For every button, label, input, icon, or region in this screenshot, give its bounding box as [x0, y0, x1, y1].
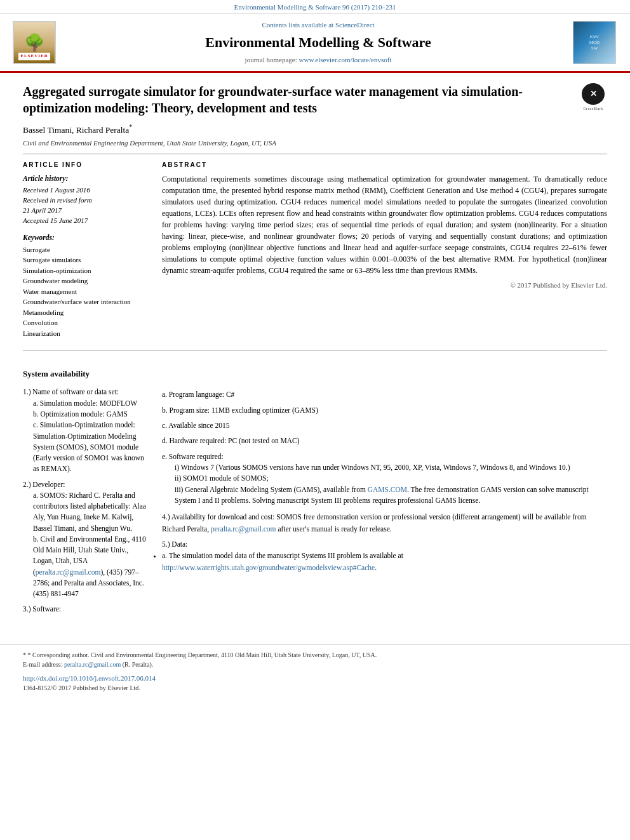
right-item-a: a. Program language: C#	[162, 389, 607, 400]
homepage-label: journal homepage:	[245, 56, 297, 63]
abstract-paragraph: Computational requirements sometimes dis…	[162, 173, 607, 276]
elsevier-logo-box: 🌳 ELSEVIER	[13, 21, 56, 64]
author-names: Bassel Timani, Richard Peralta	[23, 124, 129, 134]
homepage-url[interactable]: www.elsevier.com/locate/envsoft	[299, 56, 392, 63]
footer-star: *	[23, 651, 28, 658]
journal-header: 🌳 ELSEVIER Contents lists available at S…	[0, 14, 630, 73]
elsevier-logo: 🌳 ELSEVIER	[13, 21, 64, 64]
abstract-text: Computational requirements sometimes dis…	[162, 173, 607, 291]
affiliation: Civil and Environmental Engineering Depa…	[23, 138, 607, 148]
sys-avail-left: System availability 1.) Name of software…	[23, 368, 147, 619]
item1-sublist: a. Simulation module: MODFLOW b. Optimiz…	[23, 398, 147, 475]
journal-homepage: journal homepage: www.elsevier.com/locat…	[74, 55, 563, 65]
authors: Bassel Timani, Richard Peralta*	[23, 123, 607, 136]
divider-2	[23, 350, 607, 350]
item5-sublist: a. The simulation model data of the manu…	[162, 550, 607, 573]
item2-num: 2.)	[23, 481, 32, 488]
email-link-peralta[interactable]: peralta.rc@gmail.com	[36, 568, 101, 576]
footer-doi-section: http://dx.doi.org/10.1016/j.envsoft.2017…	[23, 673, 607, 693]
top-bar: Environmental Modelling & Software 96 (2…	[0, 0, 630, 14]
keyword-3: Simulation-optimization	[23, 265, 147, 276]
item5-num: 5.)	[162, 540, 171, 548]
keyword-6: Groundwater/surface water interaction	[23, 297, 147, 307]
article-info: ARTICLE INFO Article history: Received 1…	[23, 161, 147, 338]
item5-label: Data:	[171, 540, 187, 548]
item2b: b. Civil and Environmental Eng., 4110 Ol…	[33, 534, 147, 600]
keyword-1: Surrogate	[23, 244, 147, 255]
data-url[interactable]: http://www.waterrights.utah.gov/groundwa…	[162, 564, 375, 571]
right-item-e-sublist: i) Windows 7 (Various SOMOS versions hav…	[162, 462, 607, 506]
article-body: ARTICLE INFO Article history: Received 1…	[23, 161, 607, 338]
list-item-1: 1.) Name of software or data set: a. Sim…	[23, 386, 147, 474]
footer-corresponding-note: * * Corresponding author. Civil and Envi…	[23, 650, 607, 660]
footer-note-text: * Corresponding author. Civil and Enviro…	[28, 651, 377, 658]
item1a: a. Simulation module: MODFLOW	[33, 398, 147, 409]
abstract-label: ABSTRACT	[162, 161, 607, 170]
item4-num: 4.)	[162, 513, 171, 521]
keyword-4: Groundwater modeling	[23, 276, 147, 286]
item3-label: Software:	[32, 605, 61, 613]
main-content: Aggregated surrogate simulator for groun…	[0, 73, 630, 632]
footer-email: E-mail address: peralta.rc@gmail.com (R.…	[23, 660, 607, 669]
right-item-eiii: iii) General Algebraic Modeling System (…	[175, 484, 607, 507]
article-abstract: ABSTRACT Computational requirements some…	[162, 161, 607, 338]
article-history-title: Article history:	[23, 173, 147, 183]
crossmark-badge: ✕ CrossMark	[579, 83, 607, 111]
article-title: Aggregated surrogate simulator for groun…	[23, 83, 607, 116]
gams-link[interactable]: GAMS.COM	[368, 486, 407, 493]
crossmark-label: CrossMark	[583, 106, 603, 111]
page-footer: * * Corresponding author. Civil and Envi…	[0, 644, 630, 693]
right-item-e: e. Software required: i) Windows 7 (Vari…	[162, 451, 607, 506]
footer-email-link[interactable]: peralta.rc@gmail.com	[64, 661, 121, 668]
copyright: © 2017 Published by Elsevier Ltd.	[162, 280, 607, 291]
sys-avail-right: a. Program language: C# b. Program size:…	[162, 368, 607, 619]
footer-doi-link[interactable]: http://dx.doi.org/10.1016/j.envsoft.2017…	[23, 673, 607, 684]
item5a: a. The simulation model data of the manu…	[162, 550, 607, 573]
article-info-label: ARTICLE INFO	[23, 161, 147, 170]
right-item-eii: ii) SOMO1 module of SOMOS;	[175, 473, 607, 484]
received-date: Received 1 August 2016	[23, 185, 147, 196]
elsevier-label: ELSEVIER	[18, 53, 50, 60]
sys-avail-title: System availability	[23, 368, 147, 380]
received-revised-label: Received in revised form	[23, 196, 147, 206]
science-direct-label: Contents lists available at	[262, 21, 335, 29]
item2-sublist: a. SOMOS: Richard C. Peralta and contrib…	[23, 490, 147, 600]
right-item-d: d. Hardware required: PC (not tested on …	[162, 435, 607, 446]
journal-title: Environmental Modelling & Software	[74, 33, 563, 53]
item4-text: Availability for download and cost: SOMO…	[162, 513, 587, 532]
science-direct-link[interactable]: Contents lists available at ScienceDirec…	[74, 20, 563, 30]
article-title-section: Aggregated surrogate simulator for groun…	[23, 83, 607, 116]
keyword-7: Metamodeling	[23, 307, 147, 318]
item1b: b. Optimization module: GAMS	[33, 409, 147, 420]
email-link-peralta-2[interactable]: peralta.rc@gmail.com	[211, 525, 276, 533]
item1-label: Name of software or data set:	[32, 388, 119, 396]
accepted-date: Accepted 15 June 2017	[23, 216, 147, 226]
item4-section: 4.) Availability for download and cost: …	[162, 511, 607, 535]
item3-num: 3.)	[23, 605, 32, 613]
keyword-2: Surrogate simulators	[23, 255, 147, 265]
right-item-c: c. Available since 2015	[162, 420, 607, 431]
item5-section: 5.) Data: a. The simulation model data o…	[162, 538, 607, 573]
list-item-3: 3.) Software:	[23, 603, 147, 615]
item2-label: Developer:	[32, 481, 65, 488]
sys-avail-list: 1.) Name of software or data set: a. Sim…	[23, 386, 147, 615]
right-item-b: b. Program size: 11MB excluding optimize…	[162, 404, 607, 416]
journal-center: Contents lists available at ScienceDirec…	[74, 20, 563, 65]
keyword-5: Water management	[23, 286, 147, 297]
item1-num: 1.)	[23, 388, 32, 396]
journal-citation: Environmental Modelling & Software 96 (2…	[234, 3, 396, 11]
footer-email-note: (R. Peralta).	[123, 661, 154, 668]
item2a: a. SOMOS: Richard C. Peralta and contrib…	[33, 490, 147, 534]
footer-issn: 1364-8152/© 2017 Published by Elsevier L…	[23, 684, 140, 691]
divider-1	[23, 154, 607, 154]
right-item-ei: i) Windows 7 (Various SOMOS versions hav…	[175, 462, 607, 473]
revised-date: 21 April 2017	[23, 206, 147, 216]
keyword-9: Linearization	[23, 328, 147, 339]
keywords-list: Surrogate Surrogate simulators Simulatio…	[23, 244, 147, 339]
elsevier-tree-icon: 🌳	[24, 35, 44, 51]
journal-thumb-image: ENVMODSW	[573, 21, 616, 64]
science-direct-url[interactable]: ScienceDirect	[335, 21, 375, 29]
corresponding-marker: *	[129, 123, 132, 130]
system-availability-section: System availability 1.) Name of software…	[23, 368, 607, 619]
item1c: c. Simulation-Optimization model: Simula…	[33, 420, 147, 474]
